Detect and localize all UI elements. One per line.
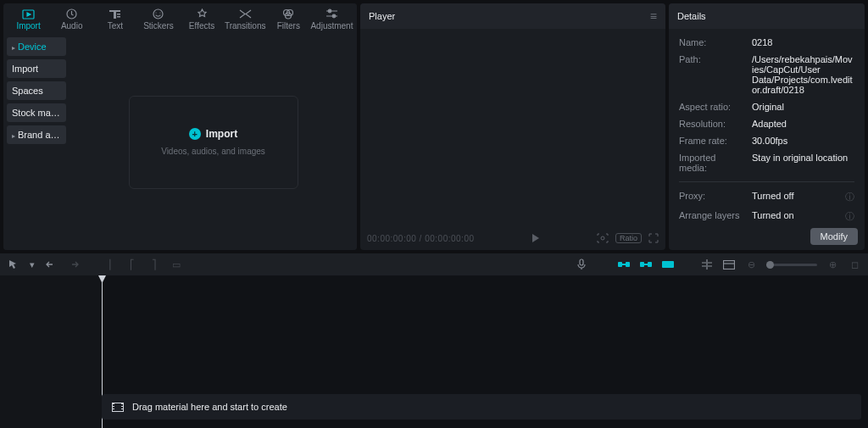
timeline-gutter (0, 275, 102, 428)
details-title: Details (669, 3, 865, 29)
details-row: Resolution:Adapted (679, 119, 854, 129)
details-panel: Details Name:0218Path:/Users/rebekahpais… (669, 3, 865, 250)
fullscreen-icon[interactable] (648, 233, 659, 243)
svg-rect-4 (117, 16, 120, 18)
tab-text[interactable]: Text (93, 3, 136, 34)
tab-label: Effects (189, 21, 214, 31)
svg-rect-13 (580, 259, 583, 265)
timeline-drag-hint: Drag material here and start to create (102, 394, 861, 420)
effects-icon (197, 8, 208, 20)
details-value: Turned off (752, 191, 835, 203)
zoom-in-icon[interactable]: ⊕ (826, 258, 839, 271)
tab-effects[interactable]: Effects (181, 3, 224, 34)
details-label: Arrange layers (679, 210, 745, 223)
player-time-total: 00:00:00:00 (425, 234, 474, 243)
info-icon[interactable]: ⓘ (845, 191, 854, 203)
delete-icon[interactable]: ▭ (170, 258, 183, 271)
tab-label: Adjustment (310, 21, 353, 31)
tab-audio[interactable]: Audio (50, 3, 93, 34)
tab-filters[interactable]: Filters (267, 3, 310, 34)
details-label: Path: (679, 54, 745, 95)
svg-rect-21 (724, 260, 735, 269)
modify-button[interactable]: Modify (810, 228, 858, 245)
sidebar-item-stock[interactable]: Stock mate... (7, 103, 66, 122)
sidebar-item-brand[interactable]: Brand assets (7, 125, 66, 144)
sidebar-item-spaces[interactable]: Spaces (7, 81, 66, 100)
tab-transitions[interactable]: Transitions (224, 3, 267, 34)
undo-icon[interactable] (44, 258, 58, 271)
player-header: Player ≡ (360, 3, 665, 29)
timeline[interactable]: Drag material here and start to create (0, 275, 868, 428)
magnet-icon[interactable] (617, 258, 631, 271)
drag-hint-text: Drag material here and start to create (132, 402, 287, 412)
details-value: 30.00fps (752, 136, 854, 146)
marker-left-icon[interactable]: ⎡ (125, 258, 139, 271)
sidebar-item-device[interactable]: Device (7, 37, 66, 56)
player-panel: Player ≡ 00:00:00:00 / 00:00:00:00 Ratio (360, 3, 665, 250)
marker-right-icon[interactable]: ⎤ (147, 258, 161, 271)
tab-label: Filters (277, 21, 300, 31)
svg-rect-15 (626, 262, 630, 267)
tab-adjustment[interactable]: Adjustment (310, 3, 353, 34)
details-label: Frame rate: (679, 136, 745, 146)
sidebar-item-import[interactable]: Import (7, 59, 66, 78)
media-stage: + Import Videos, audios, and images (70, 34, 357, 250)
play-button[interactable] (531, 234, 540, 242)
svg-rect-16 (622, 264, 626, 265)
svg-rect-19 (643, 264, 648, 265)
tab-import[interactable]: Import (7, 3, 50, 34)
details-row: Arrange layersTurned onⓘ (679, 210, 854, 223)
details-value: /Users/rebekahpais/Movies/CapCut/User Da… (752, 54, 854, 95)
details-row: Name:0218 (679, 37, 854, 47)
media-tab-bar: ImportAudioTextStickersEffectsTransition… (3, 3, 357, 34)
ratio-button[interactable]: Ratio (615, 233, 642, 243)
import-icon (22, 8, 35, 20)
details-row: Imported media:Stay in original location (679, 153, 854, 173)
preview-icon[interactable] (661, 258, 675, 271)
import-subtitle: Videos, audios, and images (161, 147, 265, 156)
layout-icon[interactable] (722, 258, 736, 271)
scan-icon[interactable] (597, 233, 609, 243)
player-stage (360, 29, 665, 226)
details-value: 0218 (752, 37, 854, 47)
player-menu-icon[interactable]: ≡ (650, 9, 657, 23)
info-icon[interactable]: ⓘ (845, 210, 854, 223)
media-side-list: DeviceImportSpacesStock mate...Brand ass… (3, 34, 70, 250)
link-icon[interactable] (639, 258, 653, 271)
transitions-icon (239, 8, 252, 20)
svg-point-12 (601, 236, 604, 240)
mic-icon[interactable] (575, 258, 588, 271)
tab-stickers[interactable]: Stickers (136, 3, 180, 34)
cursor-dropdown-icon[interactable]: ▾ (29, 258, 36, 271)
svg-rect-3 (117, 14, 120, 15)
details-label: Aspect ratio: (679, 102, 745, 112)
filters-icon (282, 8, 294, 20)
split-icon[interactable]: ⎮ (103, 258, 117, 271)
redo-icon[interactable] (66, 258, 80, 271)
zoom-slider[interactable] (766, 264, 817, 266)
details-label: Proxy: (679, 191, 745, 203)
film-icon (112, 403, 124, 412)
zoom-out-icon[interactable]: ⊖ (744, 258, 758, 271)
details-row: Frame rate:30.00fps (679, 136, 854, 146)
fit-icon[interactable]: ◻ (848, 258, 861, 271)
tab-label: Stickers (143, 21, 174, 31)
tab-label: Transitions (225, 21, 266, 31)
tab-label: Audio (61, 21, 83, 31)
adjustment-icon (326, 8, 338, 20)
import-dropzone[interactable]: + Import Videos, audios, and images (129, 96, 298, 189)
details-row: Aspect ratio:Original (679, 102, 854, 112)
details-value: Original (752, 102, 854, 112)
details-row: Proxy:Turned offⓘ (679, 191, 854, 203)
svg-marker-11 (532, 234, 539, 242)
timeline-toolbar: ▾ ⎮ ⎡ ⎤ ▭ ⊖ ⊕ ◻ (0, 253, 868, 275)
text-icon (108, 8, 121, 20)
details-label: Name: (679, 37, 745, 47)
cursor-tool-icon[interactable] (7, 258, 20, 271)
align-icon[interactable] (700, 258, 714, 271)
details-label: Resolution: (679, 119, 745, 129)
details-value: Stay in original location (752, 153, 854, 173)
plus-icon: + (189, 128, 201, 140)
tab-label: Import (16, 21, 40, 31)
details-value: Adapted (752, 119, 854, 129)
